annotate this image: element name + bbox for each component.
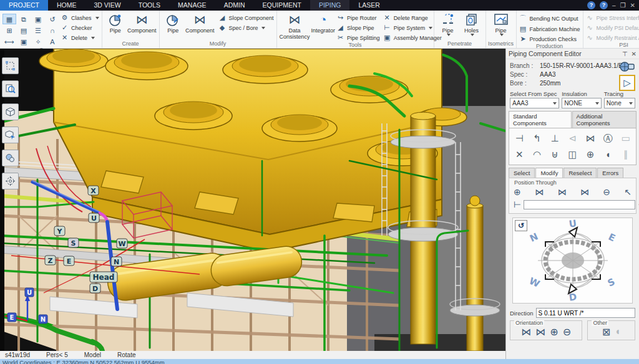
select-from-spec-dropdown[interactable]: AAA3 [510,98,559,108]
restore-button[interactable]: ❐ [620,1,626,9]
integrator-button[interactable]: ◔ Integrator [311,12,336,34]
move-to-leave-icon[interactable]: ⋈ [580,187,589,197]
direction-compass[interactable]: ↺ U N [512,218,633,304]
tab-equipment[interactable]: EQUIPMENT [253,0,310,11]
modify-pipe-button[interactable]: Pipe [162,12,184,34]
view-grid-icon[interactable]: ▦ [2,14,16,24]
clash-spheres-button[interactable] [2,150,19,166]
help-icon[interactable]: ? [600,1,608,9]
3d-viewport-scene[interactable]: X U Y S W Z E N Head D [0,49,505,351]
coupling-icon[interactable]: ▭ [617,131,635,146]
checker-button[interactable]: ✓ Checker [61,24,99,32]
tab-home[interactable]: HOME [48,0,85,11]
hierarchy-icon[interactable]: ⊞ [2,25,16,36]
pipe-router-button[interactable]: ↪ Pipe Router [336,14,380,22]
pin-icon[interactable]: ⊤ [622,50,628,57]
connect-minus-icon[interactable]: ⊖ [603,187,610,197]
create-pipe-button[interactable]: Pipe [105,12,126,34]
forms-icon[interactable]: ▣ [31,14,45,24]
bend-icon[interactable]: ◠ [528,147,545,162]
annotation-icon[interactable]: A [46,36,59,47]
auto-connect-icon[interactable] [620,62,635,72]
tab-select[interactable]: Select [509,168,535,178]
copy-icon[interactable]: ⧉ [17,14,31,24]
clashes-button[interactable]: ⚙ Clashes [61,14,99,22]
tab-modify[interactable]: Modify [535,168,563,178]
tab-project[interactable]: PROJECT [0,0,48,11]
flange-icon[interactable]: ⊣ [510,131,528,146]
rotate-icon[interactable]: ↺ [46,14,59,24]
trap-icon[interactable]: ⊎ [546,147,563,162]
bellows-icon[interactable]: ◫ [563,147,581,162]
slope-pipe-button[interactable]: ◢ Slope Pipe [336,24,380,32]
move-to-centre-icon[interactable]: ⋈ [557,187,566,197]
tab-standard-components[interactable]: Standard Components [509,111,572,128]
delete-button[interactable]: ✕ Delete [61,34,99,42]
modify-component-button[interactable]: ⋈ Component [185,12,215,34]
other-box-icon[interactable]: ⊠ [602,326,610,338]
gasket-icon[interactable]: ∥ [617,147,635,162]
tab-admin[interactable]: ADMIN [215,0,254,11]
tab-piping[interactable]: PIPING [310,0,350,11]
compass-rotate-button[interactable]: ↺ [515,220,527,231]
cursor-pick-icon[interactable]: ↖ [624,187,632,197]
view-direction-button[interactable] [2,127,19,143]
close-button[interactable]: ✕ [630,1,635,9]
pipe-system-button[interactable]: ⊢ Pipe System [383,24,442,32]
tab-additional-components[interactable]: Additional Components [572,111,637,128]
data-consistency-button[interactable]: ⋈ Data Consistency [280,12,310,40]
tab-reselect[interactable]: Reselect [563,168,597,178]
penetrate-pipe-button[interactable]: Pipe [437,12,459,36]
pipe-splitting-button[interactable]: ✂ Pipe Splitting [336,34,380,42]
delete-range-button[interactable]: ✕ Delete Range [383,14,442,22]
assembly-manager-button[interactable]: ▣ Assembly Manager [383,34,442,42]
orient-rotate-icon[interactable]: ⋈ [535,326,545,338]
attributes-icon[interactable]: ▣ [17,36,31,47]
insulation-dropdown[interactable]: NONE [562,98,602,108]
3d-viewport[interactable]: X U Y S W Z E N Head D [0,49,505,351]
elbow-icon[interactable]: ↰ [528,131,545,146]
fabrication-machine-button[interactable]: ▤ Fabrication Machine [519,25,580,33]
account-icon[interactable]: ? [587,1,595,9]
locate-icon[interactable]: ✧ [31,36,45,47]
distance-input[interactable] [524,200,635,209]
tab-errors[interactable]: Errors [597,168,623,178]
valve-icon[interactable]: ⋈ [582,131,599,146]
tab-3d-view[interactable]: 3D VIEW [85,0,130,11]
cross-icon[interactable]: ✕ [510,147,528,162]
slope-component-button[interactable]: ◢ Slope Component [218,14,273,22]
penetrate-holes-button[interactable]: Holes [461,12,483,36]
brackets-icon[interactable]: ∩ [46,25,59,36]
table-icon[interactable]: ▤ [17,25,31,36]
marquee-select-button[interactable] [2,57,19,74]
distance-first-icon[interactable]: ⊢ [514,199,521,209]
minimize-button[interactable]: – [612,1,616,9]
orient-connect-minus-icon[interactable]: ⊖ [563,326,571,338]
production-checks-button[interactable]: ➤ Production Checks [519,35,580,43]
other-flange-icon[interactable]: ◖ [615,326,621,338]
bending-nc-output-button[interactable]: ⌒ Bending NC Output [519,14,580,23]
tee-icon[interactable]: ⊥ [546,131,563,146]
close-icon[interactable]: ✕ [632,50,637,57]
instrument-icon[interactable]: Ⓐ [599,131,617,146]
target-view-button[interactable] [2,173,19,189]
cap-icon[interactable]: ◖ [599,147,617,162]
forwards-button[interactable]: ▷ [619,75,635,91]
view-cube-button[interactable] [2,103,19,120]
list-icon[interactable]: ☰ [31,25,45,36]
tab-manage[interactable]: MANAGE [169,0,215,11]
modify-restraint-attributes-button[interactable]: ∿ Modify Restraint Attributes [586,34,639,42]
modify-psi-defaults-button[interactable]: ∿ Modify PSI Defaults [586,24,639,32]
move-to-arrive-icon[interactable]: ⋈ [535,187,544,197]
union-icon[interactable]: ⊕ [582,147,599,162]
orient-flip-icon[interactable]: ⋈ [521,326,531,338]
create-component-button[interactable]: ⋈ Component [127,12,157,34]
orient-connect-plus-icon[interactable]: ⊕ [550,326,558,338]
measure-icon[interactable]: ⟷ [2,36,16,47]
reducer-icon[interactable]: ⊲ [563,131,581,146]
tab-tools[interactable]: TOOLS [130,0,169,11]
pipe-stress-interface-button[interactable]: ∿ Pipe Stress Interface [586,14,639,22]
isometrics-pipe-button[interactable]: Pipe [489,12,514,36]
connect-plus-icon[interactable]: ⊕ [514,187,521,197]
spec-bore-button[interactable]: ◆ Spec / Bore [218,24,273,32]
